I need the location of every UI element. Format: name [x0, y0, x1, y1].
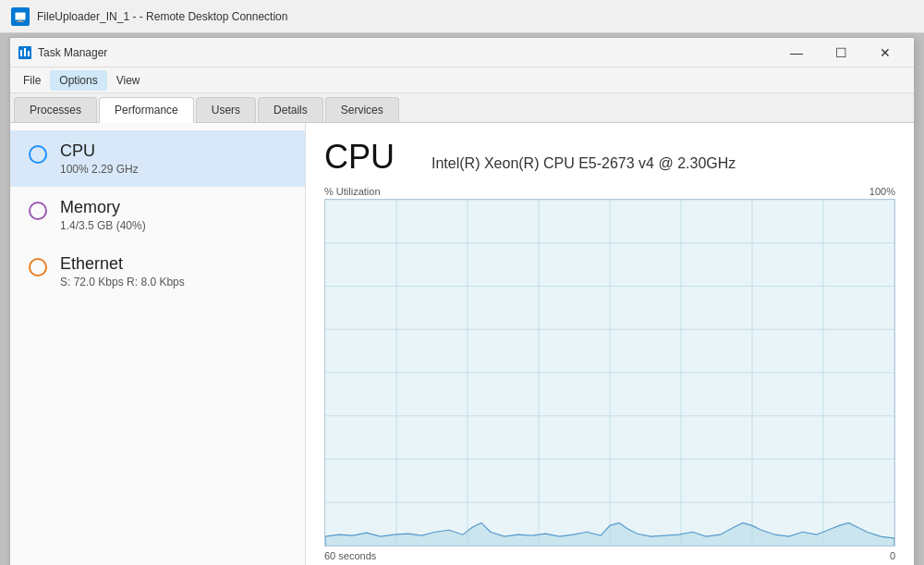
- menu-options[interactable]: Options: [50, 70, 106, 91]
- tab-processes[interactable]: Processes: [14, 97, 97, 122]
- svg-rect-2: [17, 21, 24, 22]
- tab-users[interactable]: Users: [196, 97, 256, 122]
- memory-detail: 1.4/3.5 GB (40%): [60, 219, 146, 232]
- rdp-icon: [11, 7, 30, 26]
- tm-window-controls: — ☐ ✕: [775, 40, 906, 66]
- cpu-icon: [29, 145, 47, 164]
- ethernet-label: Ethernet: [60, 254, 185, 274]
- chart-svg: [325, 200, 894, 546]
- ethernet-info: Ethernet S: 72.0 Kbps R: 8.0 Kbps: [60, 254, 185, 289]
- tm-tabs: Processes Performance Users Details Serv…: [10, 93, 914, 123]
- tm-titlebar-left: Task Manager: [18, 45, 107, 60]
- sidebar-item-cpu[interactable]: CPU 100% 2.29 GHz: [10, 130, 305, 187]
- tm-chart-area: CPU Intel(R) Xeon(R) CPU E5-2673 v4 @ 2.…: [306, 123, 914, 565]
- cpu-detail: 100% 2.29 GHz: [60, 163, 139, 176]
- ethernet-detail: S: 72.0 Kbps R: 8.0 Kbps: [60, 276, 185, 289]
- chart-header: CPU Intel(R) Xeon(R) CPU E5-2673 v4 @ 2.…: [324, 138, 895, 177]
- svg-rect-5: [24, 48, 26, 56]
- sidebar-item-memory[interactable]: Memory 1.4/3.5 GB (40%): [10, 187, 305, 243]
- memory-label: Memory: [60, 198, 146, 217]
- maximize-button[interactable]: ☐: [820, 40, 862, 66]
- rdp-title: FileUploader_IN_1 - - Remote Desktop Con…: [37, 10, 287, 23]
- minimize-button[interactable]: —: [775, 40, 818, 66]
- menu-file[interactable]: File: [14, 70, 50, 91]
- cpu-chart: [324, 199, 895, 547]
- svg-rect-6: [28, 51, 30, 56]
- chart-subtitle: Intel(R) Xeon(R) CPU E5-2673 v4 @ 2.30GH…: [432, 155, 736, 172]
- chart-legend: % Utilization 100%: [324, 186, 895, 197]
- svg-rect-4: [20, 50, 22, 56]
- time-label: 60 seconds: [324, 550, 376, 561]
- max-label: 100%: [869, 186, 895, 197]
- memory-info: Memory 1.4/3.5 GB (40%): [60, 198, 146, 232]
- tab-details[interactable]: Details: [258, 97, 323, 122]
- tm-app-icon: [18, 45, 32, 60]
- close-button[interactable]: ✕: [864, 40, 906, 66]
- tab-services[interactable]: Services: [325, 97, 399, 122]
- memory-icon: [29, 202, 47, 220]
- task-manager-window: Task Manager — ☐ ✕ File Options View Pro…: [9, 37, 915, 565]
- tm-titlebar: Task Manager — ☐ ✕: [10, 38, 914, 68]
- rdp-titlebar: FileUploader_IN_1 - - Remote Desktop Con…: [0, 0, 924, 33]
- tm-window-title: Task Manager: [38, 46, 107, 59]
- tm-menubar: File Options View: [10, 68, 914, 93]
- chart-footer: 60 seconds 0: [324, 550, 895, 561]
- cpu-label: CPU: [60, 141, 139, 161]
- tm-sidebar: CPU 100% 2.29 GHz Memory 1.4/3.5 GB (40%…: [10, 123, 306, 565]
- utilization-label: % Utilization: [324, 186, 381, 197]
- svg-rect-0: [15, 12, 26, 20]
- cpu-info: CPU 100% 2.29 GHz: [60, 141, 139, 176]
- tab-performance[interactable]: Performance: [99, 97, 194, 123]
- menu-view[interactable]: View: [107, 70, 150, 91]
- zero-label: 0: [890, 550, 895, 561]
- tm-content: CPU 100% 2.29 GHz Memory 1.4/3.5 GB (40%…: [10, 123, 914, 565]
- ethernet-icon: [29, 258, 47, 276]
- sidebar-item-ethernet[interactable]: Ethernet S: 72.0 Kbps R: 8.0 Kbps: [10, 243, 305, 300]
- chart-title: CPU: [324, 138, 395, 177]
